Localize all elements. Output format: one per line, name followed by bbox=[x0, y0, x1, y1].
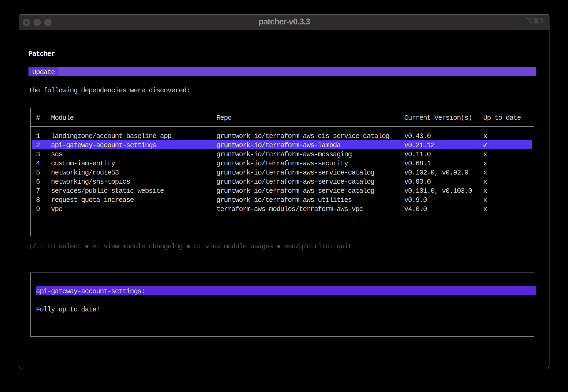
svg-text:3: 3 bbox=[540, 17, 544, 25]
